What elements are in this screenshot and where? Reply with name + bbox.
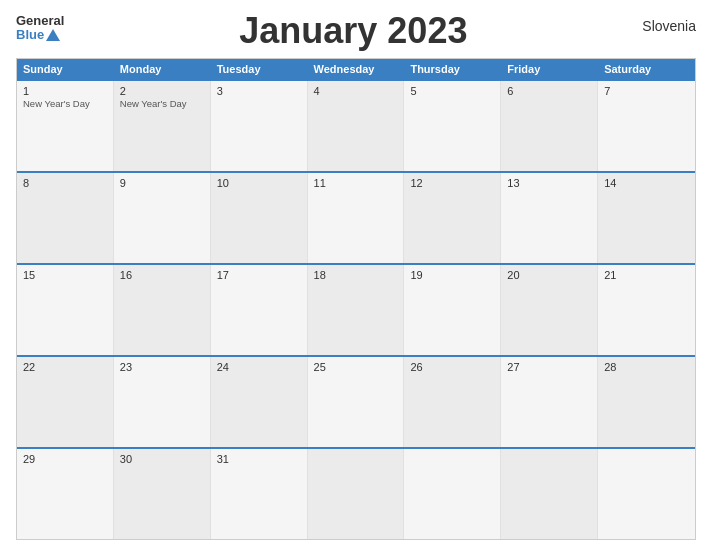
day-number: 29	[23, 453, 107, 465]
header-cell-thursday: Thursday	[404, 59, 501, 79]
cal-cell-4: 4	[308, 81, 405, 171]
day-number: 25	[314, 361, 398, 373]
day-number: 11	[314, 177, 398, 189]
day-number: 18	[314, 269, 398, 281]
cal-cell-18: 18	[308, 265, 405, 355]
cal-cell-21: 21	[598, 265, 695, 355]
day-number: 19	[410, 269, 494, 281]
day-number: 17	[217, 269, 301, 281]
day-number: 30	[120, 453, 204, 465]
day-number: 15	[23, 269, 107, 281]
cal-cell-27: 27	[501, 357, 598, 447]
cal-cell-5: 5	[404, 81, 501, 171]
calendar-week-1: 1New Year's Day2New Year's Day34567	[17, 79, 695, 171]
calendar: SundayMondayTuesdayWednesdayThursdayFrid…	[16, 58, 696, 540]
logo: General Blue	[16, 14, 64, 43]
calendar-week-2: 891011121314	[17, 171, 695, 263]
day-number: 20	[507, 269, 591, 281]
day-number: 14	[604, 177, 689, 189]
day-number: 24	[217, 361, 301, 373]
day-number: 7	[604, 85, 689, 97]
cal-cell-9: 9	[114, 173, 211, 263]
cal-cell-empty-6	[598, 449, 695, 539]
logo-general-text: General	[16, 14, 64, 28]
cal-cell-28: 28	[598, 357, 695, 447]
day-number: 8	[23, 177, 107, 189]
cal-cell-15: 15	[17, 265, 114, 355]
cal-cell-empty-5	[501, 449, 598, 539]
cal-cell-empty-3	[308, 449, 405, 539]
calendar-week-4: 22232425262728	[17, 355, 695, 447]
header-cell-tuesday: Tuesday	[211, 59, 308, 79]
logo-blue-text: Blue	[16, 28, 44, 42]
day-number: 22	[23, 361, 107, 373]
cal-cell-24: 24	[211, 357, 308, 447]
cal-cell-22: 22	[17, 357, 114, 447]
header-cell-sunday: Sunday	[17, 59, 114, 79]
cal-cell-23: 23	[114, 357, 211, 447]
cal-cell-17: 17	[211, 265, 308, 355]
cal-cell-7: 7	[598, 81, 695, 171]
header-cell-saturday: Saturday	[598, 59, 695, 79]
day-number: 26	[410, 361, 494, 373]
cal-cell-14: 14	[598, 173, 695, 263]
cal-cell-1: 1New Year's Day	[17, 81, 114, 171]
day-number: 21	[604, 269, 689, 281]
header-cell-monday: Monday	[114, 59, 211, 79]
cal-cell-29: 29	[17, 449, 114, 539]
day-number: 12	[410, 177, 494, 189]
cal-cell-26: 26	[404, 357, 501, 447]
cal-cell-empty-4	[404, 449, 501, 539]
header-cell-friday: Friday	[501, 59, 598, 79]
day-number: 5	[410, 85, 494, 97]
page: General Blue January 2023 Slovenia Sunda…	[0, 0, 712, 550]
month-title: January 2023	[64, 10, 642, 52]
cal-cell-8: 8	[17, 173, 114, 263]
day-number: 13	[507, 177, 591, 189]
cal-cell-20: 20	[501, 265, 598, 355]
day-number: 3	[217, 85, 301, 97]
header: General Blue January 2023 Slovenia	[16, 14, 696, 52]
day-number: 10	[217, 177, 301, 189]
day-number: 27	[507, 361, 591, 373]
cal-cell-12: 12	[404, 173, 501, 263]
cal-cell-25: 25	[308, 357, 405, 447]
day-number: 6	[507, 85, 591, 97]
cal-cell-2: 2New Year's Day	[114, 81, 211, 171]
cal-cell-16: 16	[114, 265, 211, 355]
cal-cell-11: 11	[308, 173, 405, 263]
cal-cell-31: 31	[211, 449, 308, 539]
header-cell-wednesday: Wednesday	[308, 59, 405, 79]
holiday-label: New Year's Day	[23, 98, 107, 109]
day-number: 23	[120, 361, 204, 373]
day-number: 31	[217, 453, 301, 465]
day-number: 16	[120, 269, 204, 281]
day-number: 4	[314, 85, 398, 97]
cal-cell-6: 6	[501, 81, 598, 171]
holiday-label: New Year's Day	[120, 98, 204, 109]
country-label: Slovenia	[642, 18, 696, 34]
calendar-week-3: 15161718192021	[17, 263, 695, 355]
day-number: 28	[604, 361, 689, 373]
cal-cell-30: 30	[114, 449, 211, 539]
cal-cell-3: 3	[211, 81, 308, 171]
calendar-week-5: 293031	[17, 447, 695, 539]
calendar-header: SundayMondayTuesdayWednesdayThursdayFrid…	[17, 59, 695, 79]
cal-cell-10: 10	[211, 173, 308, 263]
cal-cell-13: 13	[501, 173, 598, 263]
logo-triangle-icon	[46, 29, 60, 41]
day-number: 2	[120, 85, 204, 97]
day-number: 9	[120, 177, 204, 189]
calendar-body: 1New Year's Day2New Year's Day3456789101…	[17, 79, 695, 539]
day-number: 1	[23, 85, 107, 97]
cal-cell-19: 19	[404, 265, 501, 355]
